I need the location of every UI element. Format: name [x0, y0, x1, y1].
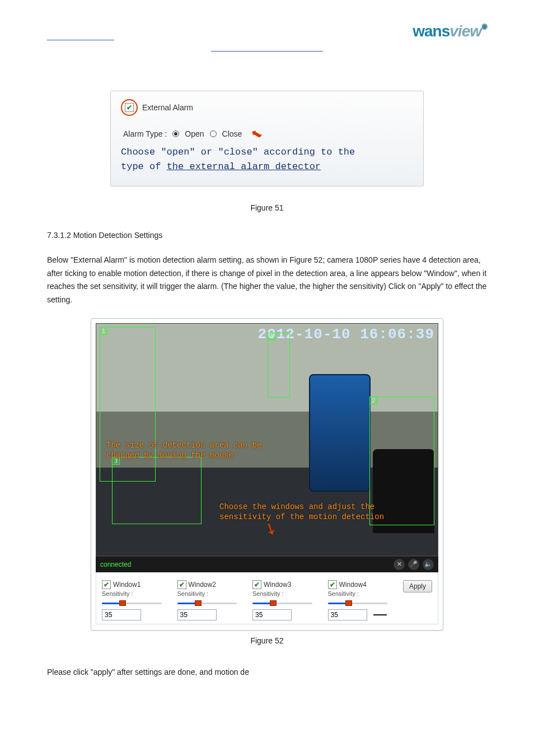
window1-column: ✔Window1 Sensitivity :	[102, 580, 162, 620]
window2-label: Window2	[189, 581, 216, 589]
window1-sens-label: Sensitivity :	[102, 590, 162, 597]
cursor-indicator	[373, 614, 387, 615]
window3-column: ✔Window3 Sensitivity :	[252, 580, 312, 620]
alarm-type-instruction: Choose "open" or "close" according to th…	[121, 145, 413, 174]
window1-checkbox[interactable]: ✔	[102, 580, 111, 589]
logo-part2: view	[449, 22, 481, 40]
window4-value-input[interactable]	[328, 609, 367, 620]
mic-icon[interactable]: 🎤	[408, 559, 419, 570]
camera-status-bar: connected ✕ 🎤 🔈	[96, 556, 438, 572]
window2-sens-label: Sensitivity :	[177, 590, 237, 597]
motion-detection-paragraph: Below "External Alarm" is motion detecti…	[47, 254, 487, 307]
arrow-icon: ➥	[248, 124, 265, 143]
connection-status: connected	[100, 561, 131, 568]
highlight-circle-icon: ✔	[121, 99, 138, 116]
apply-button[interactable]: Apply	[403, 580, 432, 592]
eye-icon: ◉	[481, 22, 487, 30]
scene-aquarium	[309, 374, 371, 492]
instr-line1: Choose "open" or "close" according to th…	[121, 145, 413, 160]
window2-value-input[interactable]	[177, 609, 217, 620]
instr-line2-prefix: type of	[121, 161, 167, 172]
alarm-type-close-radio[interactable]	[210, 130, 217, 137]
window2-column: ✔Window2 Sensitivity :	[177, 580, 237, 620]
alarm-type-open-radio[interactable]	[172, 130, 179, 137]
window3-slider[interactable]	[252, 600, 312, 606]
window3-sens-label: Sensitivity :	[252, 590, 312, 597]
window2-checkbox[interactable]: ✔	[177, 580, 186, 589]
snapshot-icon[interactable]: ✕	[394, 559, 405, 570]
window4-checkbox[interactable]: ✔	[328, 580, 337, 589]
instr-line2-underlined: the external alarm detector	[167, 161, 321, 172]
window3-checkbox[interactable]: ✔	[252, 580, 261, 589]
motion-detection-panel: 2012-10-10 16:06:39 1 2 3 4 The size of …	[91, 318, 443, 631]
figure52-caption: Figure 52	[47, 636, 487, 645]
window1-slider[interactable]	[102, 600, 162, 606]
header-underline-mid	[211, 46, 323, 52]
camera-preview[interactable]: 2012-10-10 16:06:39 1 2 3 4 The size of …	[96, 323, 438, 556]
alarm-type-close-label: Close	[222, 129, 242, 138]
window3-label: Window3	[264, 581, 291, 589]
window3-value-input[interactable]	[252, 609, 292, 620]
detection-window-4[interactable]: 4	[268, 333, 290, 398]
external-alarm-checkbox[interactable]: ✔	[125, 103, 134, 112]
annotation-sensitivity: Choose the windows and adjust the sensit…	[219, 502, 421, 522]
external-alarm-panel: ✔ External Alarm Alarm Type : Open Close…	[110, 91, 424, 186]
sensitivity-controls: ✔Window1 Sensitivity : ✔Window2 Sensitiv…	[96, 572, 438, 624]
window4-sens-label: Sensitivity :	[328, 590, 388, 597]
trailing-paragraph: Please click "apply" after settings are …	[47, 668, 487, 676]
window2-slider[interactable]	[177, 600, 237, 606]
brand-logo: wansview◉	[413, 22, 487, 40]
annotation-resize: The size of detection area can be change…	[106, 440, 274, 460]
external-alarm-label: External Alarm	[142, 103, 193, 112]
speaker-icon[interactable]: 🔈	[423, 559, 434, 570]
alarm-type-open-label: Open	[185, 129, 204, 138]
window4-label: Window4	[339, 581, 367, 589]
window4-column: ✔Window4 Sensitivity :	[328, 580, 388, 620]
alarm-type-label: Alarm Type :	[123, 129, 167, 138]
figure51-caption: Figure 51	[47, 203, 487, 212]
window1-value-input[interactable]	[102, 609, 141, 620]
window1-label: Window1	[113, 581, 140, 589]
section-heading: 7.3.1.2 Motion Detection Settings	[47, 229, 487, 242]
logo-part1: wans	[413, 22, 449, 40]
detection-window-3[interactable]: 3	[112, 457, 202, 524]
window4-slider[interactable]	[328, 600, 388, 606]
header-underline-left	[47, 35, 114, 40]
